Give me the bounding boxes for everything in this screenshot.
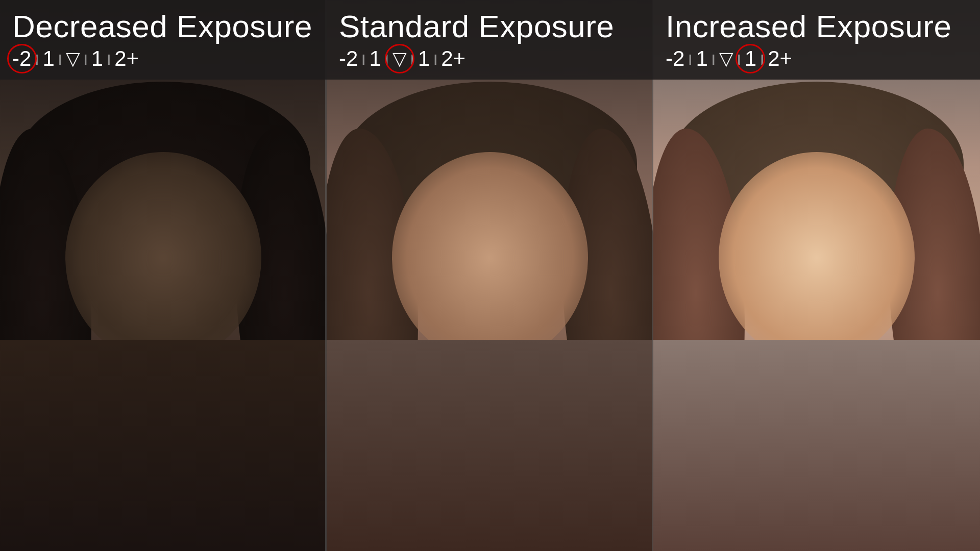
std-val-1a: 1 — [369, 48, 381, 69]
increased-header: Increased Exposure -2 ı 1 ı ▽ ı 1 ı 2+ — [653, 0, 980, 80]
standard-title: Standard Exposure — [339, 9, 641, 44]
sep4: ı — [106, 48, 111, 69]
standard-selector: -2 ı 1 ı ▽ ı 1 ı 2+ — [339, 48, 641, 69]
panel-increased: Increased Exposure -2 ı 1 ı ▽ ı 1 ı 2+ — [653, 0, 980, 551]
val-1a: 1 — [42, 48, 54, 69]
decreased-selector: -2 ı 1 ı ▽ ı 1 ı 2+ — [12, 48, 314, 69]
standard-highlight-shield[interactable]: ▽ — [393, 49, 407, 68]
increased-title: Increased Exposure — [666, 9, 968, 44]
decreased-highlight-neg2[interactable]: -2 — [12, 48, 31, 69]
std-val-2plus: 2+ — [441, 48, 465, 69]
increased-selector: -2 ı 1 ı ▽ ı 1 ı 2+ — [666, 48, 968, 69]
inc-val-neg2: -2 — [666, 48, 684, 69]
decreased-title: Decreased Exposure — [12, 9, 314, 44]
std-val-neg2: -2 — [339, 48, 358, 69]
val-1b: 1 — [91, 48, 103, 69]
inc-val-2plus: 2+ — [768, 48, 792, 69]
shield-icon-inc: ▽ — [719, 49, 733, 68]
std-sep4: ı — [433, 48, 438, 69]
shield-icon-dec: ▽ — [66, 49, 80, 68]
val-2plus: 2+ — [114, 48, 139, 69]
inc-sep2: ı — [711, 48, 716, 69]
inc-sep1: ı — [688, 48, 693, 69]
decreased-header: Decreased Exposure -2 ı 1 ı ▽ ı 1 ı 2+ — [0, 0, 327, 80]
comparison-container: Decreased Exposure -2 ı 1 ı ▽ ı 1 ı 2+ — [0, 0, 980, 551]
panel-standard: Standard Exposure -2 ı 1 ı ▽ ı 1 ı 2+ — [327, 0, 653, 551]
panel-decreased: Decreased Exposure -2 ı 1 ı ▽ ı 1 ı 2+ — [0, 0, 327, 551]
decreased-circle — [7, 44, 37, 73]
std-sep1: ı — [361, 48, 366, 69]
inc-val-1a: 1 — [696, 48, 707, 69]
sep2: ı — [58, 48, 63, 69]
increased-circle — [736, 44, 765, 73]
standard-header: Standard Exposure -2 ı 1 ı ▽ ı 1 ı 2+ — [327, 0, 653, 80]
std-val-1b: 1 — [418, 48, 430, 69]
standard-circle — [385, 44, 414, 73]
sep3: ı — [83, 48, 88, 69]
increased-highlight-1[interactable]: 1 — [745, 48, 756, 69]
